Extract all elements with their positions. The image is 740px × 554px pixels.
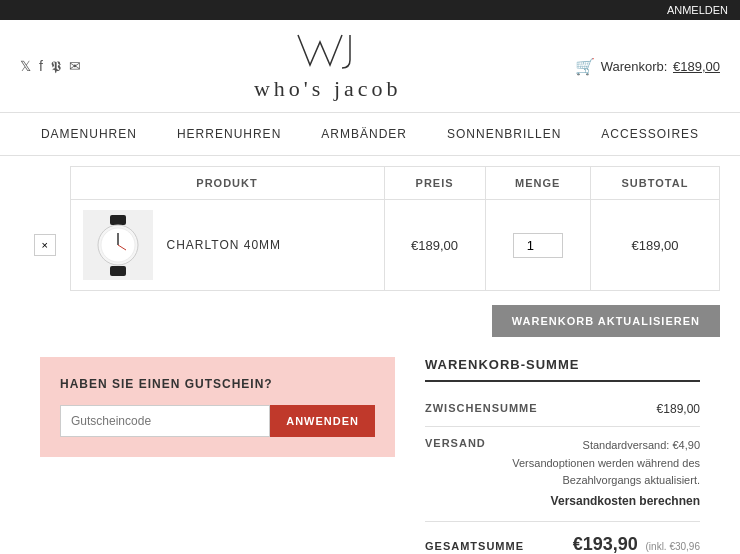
- header: 𝕏 f 𝕻 ✉ who's jacob 🛒 Warenkorb: €189,00: [0, 20, 740, 113]
- summary-title: WARENKORB-SUMME: [425, 357, 700, 382]
- logo-text: who's jacob: [254, 76, 402, 102]
- update-cart-button[interactable]: WARENKORB AKTUALISIEREN: [492, 305, 720, 337]
- total-row: GESAMTSUMME €193,90 (inkl. €30,96 Mehrwe…: [425, 522, 700, 554]
- shipping-row: VERSAND Standardversand: €4,90 Versandop…: [425, 427, 700, 522]
- update-row: WARENKORB AKTUALISIEREN: [20, 305, 720, 337]
- product-name: CHARLTON 40MM: [167, 238, 282, 252]
- shipping-calc-link[interactable]: Versandkosten berechnen: [486, 492, 700, 511]
- coupon-title: HABEN SIE EINEN GUTSCHEIN?: [60, 377, 375, 391]
- svg-rect-2: [110, 266, 126, 276]
- remove-cell: ×: [20, 200, 70, 291]
- main-nav: DAMENUHREN HERRENUHREN ARMBÄNDER SONNENB…: [0, 113, 740, 156]
- shipping-standard: Standardversand: €4,90: [583, 439, 700, 451]
- shipping-info: Standardversand: €4,90 Versandoptionen w…: [486, 437, 700, 511]
- nav-item-sonnenbrillen[interactable]: SONNENBRILLEN: [447, 127, 561, 141]
- nav-item-herrenuhren[interactable]: HERRENUHREN: [177, 127, 281, 141]
- coupon-row: ANWENDEN: [60, 405, 375, 437]
- social-icons: 𝕏 f 𝕻 ✉: [20, 58, 81, 75]
- subtotal-label: ZWISCHENSUMME: [425, 402, 538, 414]
- col-price: PREIS: [384, 167, 485, 200]
- subtotal-row: ZWISCHENSUMME €189,00: [425, 392, 700, 427]
- login-link[interactable]: ANMELDEN: [667, 4, 728, 16]
- total-value: €193,90: [573, 534, 638, 554]
- price-cell: €189,00: [384, 200, 485, 291]
- total-vat: (inkl. €30,96 Mehrwertsteuer): [627, 541, 700, 554]
- cart-label: Warenkorb: €189,00: [601, 59, 720, 74]
- total-label: GESAMTSUMME: [425, 540, 524, 552]
- facebook-icon[interactable]: f: [39, 58, 43, 74]
- logo-symbol: [254, 30, 402, 76]
- summary-box: WARENKORB-SUMME ZWISCHENSUMME €189,00 VE…: [395, 357, 700, 554]
- nav-item-armbaender[interactable]: ARMBÄNDER: [321, 127, 407, 141]
- product-image: [83, 210, 153, 280]
- top-bar: ANMELDEN: [0, 0, 740, 20]
- col-remove: [20, 167, 70, 200]
- cart-summary[interactable]: 🛒 Warenkorb: €189,00: [575, 57, 720, 76]
- coupon-box: HABEN SIE EINEN GUTSCHEIN? ANWENDEN: [40, 357, 395, 457]
- shipping-label: VERSAND: [425, 437, 486, 449]
- product-cell: CHARLTON 40MM: [70, 200, 384, 291]
- nav-item-damenuhren[interactable]: DAMENUHREN: [41, 127, 137, 141]
- coupon-apply-button[interactable]: ANWENDEN: [270, 405, 375, 437]
- qty-input[interactable]: [513, 233, 563, 258]
- remove-button[interactable]: ×: [34, 234, 56, 256]
- svg-rect-1: [110, 215, 126, 225]
- col-qty: MENGE: [485, 167, 590, 200]
- logo[interactable]: who's jacob: [254, 30, 402, 102]
- subtotal-cell: €189,00: [590, 200, 719, 291]
- col-subtotal: SUBTOTAL: [590, 167, 719, 200]
- coupon-input[interactable]: [60, 405, 270, 437]
- bottom-section: HABEN SIE EINEN GUTSCHEIN? ANWENDEN WARE…: [20, 357, 720, 554]
- twitter-icon[interactable]: 𝕏: [20, 58, 31, 74]
- subtotal-value: €189,00: [657, 402, 700, 416]
- col-product: PRODUKT: [70, 167, 384, 200]
- email-icon[interactable]: ✉: [69, 58, 81, 74]
- cart-table: PRODUKT PREIS MENGE SUBTOTAL ×: [20, 166, 720, 291]
- cart-section: PRODUKT PREIS MENGE SUBTOTAL ×: [0, 166, 740, 554]
- cart-icon: 🛒: [575, 57, 595, 76]
- shipping-note: Versandoptionen werden während des Bezah…: [512, 457, 700, 487]
- qty-cell: [485, 200, 590, 291]
- table-row: ×: [20, 200, 720, 291]
- nav-item-accessoires[interactable]: ACCESSOIRES: [601, 127, 699, 141]
- pinterest-icon[interactable]: 𝕻: [51, 58, 61, 75]
